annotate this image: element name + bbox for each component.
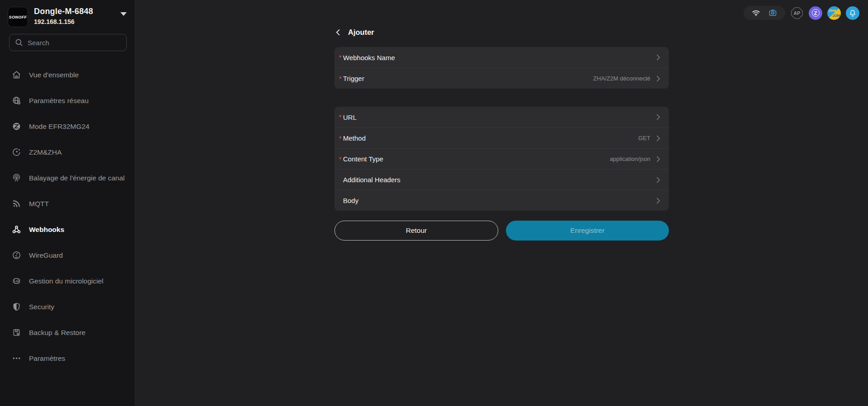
device-ip: 192.168.1.156 [34, 18, 120, 25]
sidebar-item-webhooks[interactable]: Webhooks [0, 217, 135, 242]
required-asterisk: * [339, 113, 343, 121]
field-label: Trigger [343, 75, 364, 82]
wifi-icon[interactable] [751, 8, 761, 18]
firmware-management-icon [11, 276, 21, 286]
field-label: Content Type [343, 155, 383, 163]
sidebar-item-wireguard[interactable]: WireGuard [0, 242, 135, 268]
required-asterisk: * [339, 135, 343, 142]
form-row-content-type[interactable]: * Content Type application/json [334, 148, 669, 169]
device-name: Dongle-M-6848 [34, 7, 120, 16]
form-row-additional-headers[interactable]: Additional Headers [334, 169, 669, 190]
chevron-right-icon [654, 156, 662, 163]
sidebar-item-label: Mode EFR32MG24 [29, 123, 90, 131]
zigbee-badge[interactable]: Z [809, 6, 822, 20]
field-label: Webhooks Name [343, 54, 395, 61]
required-asterisk: * [339, 54, 343, 61]
search-icon [14, 38, 24, 47]
bell-icon [849, 9, 857, 17]
sidebar-item-security[interactable]: Security [0, 294, 135, 320]
form-actions: Retour Enregistrer [334, 221, 669, 241]
backup-restore-icon [11, 328, 21, 338]
zha-z2m-badge[interactable]: ZHA Z2M [827, 6, 841, 20]
required-asterisk: * [339, 156, 343, 163]
sidebar-item-label: Gestion du micrologiciel [29, 277, 104, 285]
network-settings-icon [11, 96, 21, 106]
sidebar-item-label: Paramètres réseau [29, 97, 89, 105]
field-value: GET [638, 135, 650, 142]
chevron-right-icon [654, 176, 662, 184]
sidebar-item-label: Vue d'ensemble [29, 71, 79, 79]
search-box [9, 34, 127, 51]
network-status-pill [744, 6, 785, 20]
sidebar-item-label: WireGuard [29, 251, 63, 260]
sonoff-logo: SONOFF [8, 7, 28, 27]
chevron-right-icon [654, 197, 662, 204]
sidebar-item-label: Webhooks [29, 226, 64, 234]
form-card-basic: * Webhooks Name * Trigger ZHA/Z2M déconn… [334, 47, 669, 89]
field-label: URL [343, 113, 357, 121]
field-value: ZHA/Z2M déconnecté [593, 75, 650, 82]
z2m-zha-icon [11, 147, 21, 157]
chevron-right-icon [654, 75, 662, 82]
sidebar-item-label: Z2M&ZHA [29, 148, 62, 156]
required-asterisk: * [339, 75, 343, 82]
ethernet-icon[interactable] [768, 8, 777, 18]
chevron-right-icon [654, 135, 662, 142]
sidebar-item-label: Security [29, 303, 54, 311]
zigbee-mode-icon [11, 122, 21, 132]
zigbee-logo-icon: Z [812, 9, 820, 17]
save-button[interactable]: Enregistrer [506, 221, 669, 241]
field-value: application/json [610, 156, 650, 162]
page-title: Ajouter [348, 28, 374, 37]
back-button[interactable]: Retour [334, 221, 498, 241]
sidebar: SONOFF Dongle-M-6848 192.168.1.156 Vue d… [0, 0, 136, 406]
mqtt-icon [11, 199, 21, 209]
ap-badge-label: AP [794, 10, 801, 16]
sidebar-item-mqtt[interactable]: MQTT [0, 191, 135, 217]
more-settings-icon [11, 354, 21, 364]
sidebar-item-label: MQTT [29, 200, 49, 208]
sidebar-nav: Vue d'ensemble Paramètres réseau Mode EF… [0, 62, 135, 371]
form-row-method[interactable]: * Method GET [334, 127, 669, 148]
app-screen: SONOFF Dongle-M-6848 192.168.1.156 Vue d… [0, 0, 868, 406]
device-info: Dongle-M-6848 192.168.1.156 [34, 7, 120, 25]
wireguard-icon [11, 250, 21, 260]
sidebar-item-network-settings[interactable]: Paramètres réseau [0, 88, 135, 113]
sidebar-item-z2m-zha[interactable]: Z2M&ZHA [0, 139, 135, 165]
sidebar-item-channel-energy-scan[interactable]: Balayage de l'énergie de canal [0, 165, 135, 191]
z2m-label: Z2M [833, 14, 840, 18]
sidebar-item-label: Paramètres [29, 354, 65, 363]
sidebar-item-label: Balayage de l'énergie de canal [29, 174, 125, 182]
sidebar-item-settings[interactable]: Paramètres [0, 345, 135, 371]
page-header: Ajouter [334, 28, 374, 37]
device-header[interactable]: SONOFF Dongle-M-6848 192.168.1.156 [0, 0, 135, 27]
ap-mode-badge[interactable]: AP [790, 6, 804, 20]
device-dropdown-caret-icon[interactable] [120, 12, 127, 16]
field-label: Body [343, 197, 358, 204]
form-row-trigger[interactable]: * Trigger ZHA/Z2M déconnecté [334, 68, 669, 89]
chevron-right-icon [654, 54, 662, 61]
sidebar-item-backup-restore[interactable]: Backup & Restore [0, 320, 135, 345]
field-label: Additional Headers [343, 176, 401, 184]
back-chevron-icon[interactable] [334, 28, 342, 36]
search-input[interactable] [9, 34, 127, 51]
chevron-right-icon [654, 113, 662, 121]
webhooks-icon [11, 225, 21, 235]
sidebar-item-firmware-management[interactable]: Gestion du micrologiciel [0, 268, 135, 294]
field-label: Method [343, 134, 366, 142]
sidebar-item-mode-efr32mg24[interactable]: Mode EFR32MG24 [0, 113, 135, 139]
zha-label: ZHA [829, 9, 836, 13]
statusbar: AP Z ZHA Z2M [744, 6, 859, 20]
security-icon [11, 302, 21, 312]
sidebar-item-label: Backup & Restore [29, 329, 86, 337]
form-row-body[interactable]: Body [334, 190, 669, 211]
form-row-url[interactable]: * URL [334, 107, 669, 127]
sidebar-item-overview[interactable]: Vue d'ensemble [0, 62, 135, 88]
home-icon [11, 70, 21, 80]
channel-energy-scan-icon [11, 173, 21, 183]
notification-badge[interactable] [846, 6, 859, 20]
form-card-request: * URL * Method GET * Content Type applic… [334, 107, 669, 211]
form-row-webhooks-name[interactable]: * Webhooks Name [334, 47, 669, 68]
